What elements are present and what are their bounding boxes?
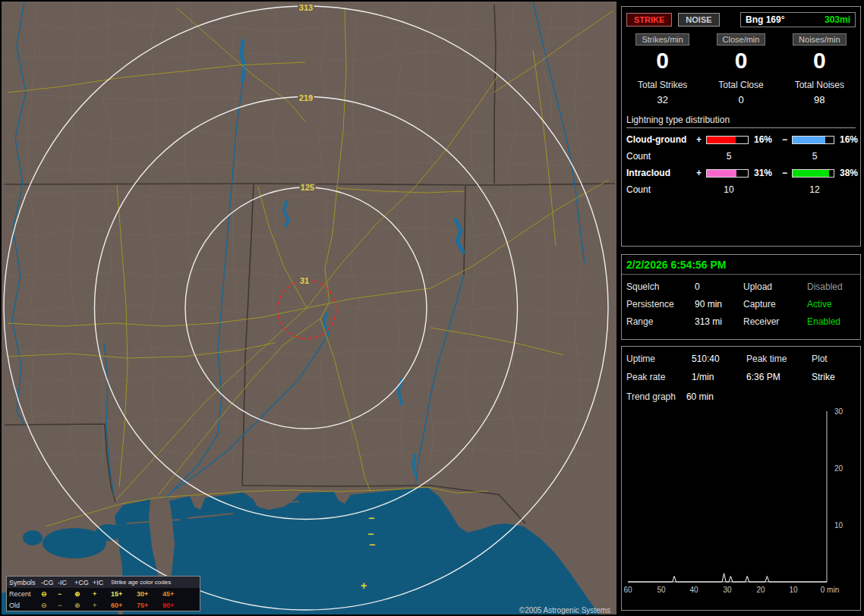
cg-minus-pct: 16% (837, 134, 858, 145)
ring-label-219: 219 (299, 93, 313, 102)
upload-label: Upload (743, 281, 807, 292)
total-strikes-label: Total Strikes (638, 80, 687, 90)
age-code-60: 60+ (111, 602, 135, 609)
radar-map-area[interactable]: 313 219 125 31 −−−+ Symbols -CG -IC +CG … (2, 2, 616, 614)
status-panel: STRIKE NOISE Bng 169° 303mi Strikes/min … (620, 0, 864, 616)
ic-plus-bar (706, 169, 749, 178)
legend-col-cg-neg: -CG (41, 579, 58, 586)
recent-age-codes: 15+ 30+ 45+ (111, 590, 197, 598)
svg-text:0 min: 0 min (821, 586, 839, 594)
legend-old-label: Old (9, 602, 41, 609)
legend-recent-label: Recent (9, 590, 41, 598)
peak-rate-label: Peak rate (626, 372, 692, 382)
noise-button[interactable]: NOISE (678, 13, 719, 27)
cg-count-label: Count (626, 151, 696, 162)
receiver-status: Enabled (807, 316, 862, 327)
recent-cg-neg-icon: ⊖ (41, 590, 58, 598)
legend-col-ic-pos: +IC (93, 579, 111, 586)
old-ic-pos-icon: + (93, 602, 111, 609)
trend-graph-label: Trend graph (626, 391, 676, 402)
close-per-min-label: Close/min (717, 33, 766, 46)
close-per-min-value: 0 (735, 48, 748, 74)
uptime-label: Uptime (626, 354, 692, 364)
ic-minus-pct: 38% (837, 168, 858, 178)
peak-time-value: 6:36 PM (746, 372, 812, 382)
ic-plus-pct: 31% (752, 168, 782, 178)
plus-sign: + (696, 168, 706, 178)
strike-symbol: + (361, 580, 367, 592)
trend-chart-holder: 60 50 40 30 20 10 0 min 30 20 10 (623, 404, 862, 608)
age-code-15: 15+ (111, 590, 135, 598)
ic-plus-count: 10 (706, 184, 752, 195)
cg-plus-count: 5 (706, 151, 752, 162)
ring-label-313: 313 (299, 3, 313, 12)
noises-per-min-value: 0 (813, 48, 826, 74)
total-noises-value: 98 (814, 94, 825, 105)
system-status-box: 2/2/2026 6:54:56 PM Squelch 0 Upload Dis… (621, 254, 861, 340)
svg-text:20: 20 (834, 464, 844, 473)
close-per-min-column: Close/min 0 Total Close 0 (702, 33, 780, 105)
plus-sign: + (696, 134, 706, 145)
total-close-label: Total Close (718, 80, 763, 90)
strike-symbol: − (368, 512, 374, 524)
plot-label: Plot (812, 354, 857, 364)
ic-count-label: Count (626, 184, 696, 195)
persistence-value: 90 min (695, 299, 743, 310)
strike-stats-box: STRIKE NOISE Bng 169° 303mi Strikes/min … (621, 6, 861, 247)
strikes-per-min-column: Strikes/min 0 Total Strikes 32 (623, 33, 702, 105)
dist-cloud-ground-label: Cloud-ground (626, 134, 696, 145)
trend-line (628, 574, 827, 582)
trend-axes (628, 411, 827, 582)
age-code-75: 75+ (137, 602, 161, 609)
upload-status: Disabled (807, 281, 862, 292)
total-close-value: 0 (738, 94, 743, 105)
app-window: 313 219 125 31 −−−+ Symbols -CG -IC +CG … (0, 0, 864, 616)
session-stats: Uptime 510:40 Peak time Plot Peak rate 1… (622, 347, 860, 382)
age-code-90: 90+ (162, 602, 187, 609)
svg-text:50: 50 (657, 586, 666, 594)
noises-per-min-label: Noises/min (793, 33, 846, 46)
radar-map[interactable]: 313 219 125 31 −−−+ (2, 2, 616, 614)
recent-ic-pos-icon: + (93, 590, 111, 598)
trend-window-value: 60 min (686, 391, 714, 402)
ic-minus-bar (792, 169, 834, 178)
dist-intracloud-label: Intracloud (626, 168, 696, 178)
svg-text:30: 30 (834, 407, 844, 416)
legend-symbols-label: Symbols (9, 579, 41, 586)
receiver-label: Receiver (743, 316, 807, 327)
svg-text:10: 10 (834, 521, 844, 530)
copyright-text: ©2005 Astrogenic Systems (519, 606, 610, 614)
svg-text:10: 10 (789, 586, 798, 594)
recent-ic-neg-icon: − (58, 590, 74, 598)
strikes-per-min-label: Strikes/min (635, 33, 689, 46)
squelch-value: 0 (695, 281, 743, 292)
svg-text:30: 30 (723, 586, 732, 594)
distribution-title: Lightning type distribution (626, 115, 856, 128)
strike-button[interactable]: STRIKE (626, 13, 672, 27)
range-label: Range (626, 316, 695, 327)
cg-plus-bar (706, 136, 749, 144)
old-ic-neg-icon: − (58, 602, 74, 609)
ring-label-125: 125 (301, 183, 314, 192)
range-value: 313 mi (695, 316, 743, 327)
minus-sign: − (782, 168, 792, 178)
ring-label-31: 31 (300, 276, 309, 285)
distribution-table: Cloud-ground + 16% − 16% Count 5 5 Intra… (622, 128, 860, 195)
trend-tick-labels: 60 50 40 30 20 10 0 min 30 20 10 (623, 407, 843, 594)
ic-minus-count: 12 (792, 184, 837, 195)
legend-age-title: Strike age color codes (111, 579, 197, 586)
capture-label: Capture (743, 299, 807, 310)
svg-text:40: 40 (689, 586, 698, 594)
status-grid: Squelch 0 Upload Disabled Persistence 90… (622, 275, 860, 327)
persistence-label: Persistence (626, 299, 695, 310)
bearing-range-value: 303mi (825, 14, 850, 25)
cg-minus-count: 5 (792, 151, 837, 162)
recent-cg-pos-icon: ⊕ (74, 590, 93, 598)
rate-counters: Strikes/min 0 Total Strikes 32 Close/min… (622, 29, 860, 105)
old-age-codes: 60+ 75+ 90+ (111, 602, 197, 609)
plot-value: Strike (812, 372, 857, 382)
age-code-30: 30+ (137, 590, 161, 598)
age-code-45: 45+ (162, 590, 187, 598)
map-legend: Symbols -CG -IC +CG +IC Strike age color… (6, 576, 200, 611)
cg-minus-bar (792, 136, 834, 144)
